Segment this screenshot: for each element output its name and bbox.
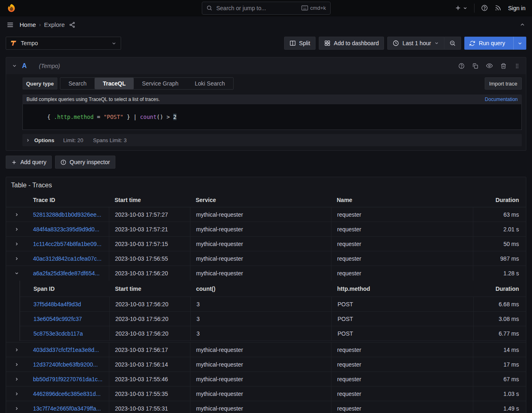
zoom-out-time-button[interactable] <box>444 37 461 50</box>
span-column-header-span-id[interactable]: Span ID <box>28 281 109 297</box>
query-ref-id[interactable]: A <box>22 62 27 70</box>
datasource-picker[interactable]: Tempo <box>6 37 121 50</box>
span-spacer <box>20 297 28 311</box>
duplicate-query-button[interactable] <box>472 63 479 69</box>
cell-span-start-time: 2023-10-03 17:56:20 <box>109 326 190 341</box>
query-inspector-button[interactable]: Query inspector <box>55 156 115 169</box>
help-button[interactable] <box>481 4 488 11</box>
cell-service: mythical-requester <box>190 251 331 266</box>
trace-link[interactable]: 40ac312d842ca1cfea07c... <box>33 255 102 262</box>
query-editor-panel: A (Tempo) Query type SearchTraceQLServic… <box>6 57 526 151</box>
trace-link[interactable]: 52813288db1b0d9326ee... <box>33 211 101 218</box>
query-type-tab-loki-search[interactable]: Loki Search <box>187 78 233 89</box>
span-column-header-start-time[interactable]: Start time <box>109 281 190 297</box>
query-type-tab-service-graph[interactable]: Service Graph <box>134 78 186 89</box>
row-expander[interactable] <box>6 237 27 251</box>
table-row[interactable]: 13c7f74e2665f0a3479ffa...2023-10-03 17:5… <box>6 401 526 413</box>
breadcrumb-explore[interactable]: Explore <box>44 21 65 28</box>
table-row[interactable]: 12d37240fcbe63fb9200...2023-10-03 17:56:… <box>6 357 526 372</box>
documentation-link[interactable]: Documentation <box>485 97 518 102</box>
apps-grid-icon <box>324 40 331 46</box>
table-row[interactable]: bb50d791f92270761da1c...2023-10-03 17:55… <box>6 372 526 387</box>
run-query-main[interactable]: Run query <box>464 37 510 50</box>
table-row[interactable]: 484f4a8323c395d9d9d0...2023-10-03 17:57:… <box>6 222 526 237</box>
time-range-picker[interactable]: Last 1 hour <box>387 37 444 50</box>
breadcrumb-separator-icon: › <box>39 22 41 28</box>
drag-handle[interactable] <box>514 63 520 69</box>
row-expander[interactable] <box>6 222 27 236</box>
cell-service: mythical-requester <box>190 387 331 401</box>
cell-span-id: 13e60549c992fc37 <box>28 312 109 326</box>
table-row[interactable]: 403d3d37cfcf2f1ea3e8d...2023-10-03 17:56… <box>6 343 526 357</box>
traceql-code-editor[interactable]: { .http.method = "POST" } | count() > 2 <box>22 104 522 130</box>
table-row[interactable]: 1c114cc2b574b8fa1be09...2023-10-03 17:57… <box>6 237 526 251</box>
span-link[interactable]: 13e60549c992fc37 <box>33 316 82 322</box>
trace-link[interactable]: bb50d791f92270761da1c... <box>33 376 103 382</box>
row-expander[interactable] <box>6 401 27 413</box>
span-row[interactable]: 5c8753e3cdcb117a2023-10-03 17:56:203POST… <box>20 326 526 341</box>
row-expander[interactable] <box>6 266 27 281</box>
span-row[interactable]: 37f5d48b4a4f9d3d2023-10-03 17:56:203POST… <box>20 297 526 312</box>
trace-link[interactable]: 12d37240fcbe63fb9200... <box>33 361 98 368</box>
column-header-start-time[interactable]: Start time <box>109 193 190 207</box>
grafana-logo-icon[interactable] <box>7 3 16 13</box>
row-expander[interactable] <box>6 387 27 401</box>
table-row[interactable]: 52813288db1b0d9326ee...2023-10-03 17:57:… <box>6 207 526 222</box>
query-type-tab-search[interactable]: Search <box>60 78 95 89</box>
row-expander[interactable] <box>6 357 27 371</box>
span-link[interactable]: 5c8753e3cdcb117a <box>33 330 83 337</box>
row-expander[interactable] <box>6 343 27 357</box>
span-column-header-http-method[interactable]: http.method <box>331 281 473 297</box>
cell-service: mythical-requester <box>190 343 331 357</box>
menu-toggle-button[interactable] <box>7 21 14 29</box>
search-input[interactable] <box>216 4 298 12</box>
breadcrumb-home[interactable]: Home <box>20 21 36 28</box>
run-query-button[interactable]: Run query <box>464 37 526 50</box>
chevron-right-icon <box>26 138 30 143</box>
trace-link[interactable]: 4462896dce6c385e831d... <box>33 391 101 397</box>
add-to-dashboard-button[interactable]: Add to dashboard <box>319 37 384 50</box>
trace-link[interactable]: 1c114cc2b574b8fa1be09... <box>33 241 102 247</box>
span-column-header-duration[interactable]: Duration <box>473 281 526 297</box>
trace-link[interactable]: 403d3d37cfcf2f1ea3e8d... <box>33 347 99 353</box>
new-menu-button[interactable] <box>455 4 468 11</box>
collapse-panel-button[interactable] <box>519 22 525 28</box>
import-trace-button[interactable]: Import trace <box>485 77 522 90</box>
trace-link[interactable]: 484f4a8323c395d9d9d0... <box>33 226 99 233</box>
cell-name: requester <box>331 401 473 413</box>
column-header-duration[interactable]: Duration <box>473 193 526 207</box>
row-expander[interactable] <box>6 372 27 386</box>
news-button[interactable] <box>494 4 501 11</box>
datasource-name: Tempo <box>21 40 108 46</box>
column-header-name[interactable]: Name <box>331 193 473 207</box>
query-help-button[interactable] <box>458 63 465 69</box>
run-query-dropdown[interactable] <box>513 37 526 50</box>
table-row[interactable]: a6a2fa25d3fede87df654...2023-10-03 17:56… <box>6 266 526 281</box>
column-header-trace-id[interactable]: Trace ID <box>27 193 109 207</box>
options-limit: Limit: 20 <box>63 137 83 143</box>
add-query-button[interactable]: Add query <box>6 156 52 169</box>
trace-link[interactable]: a6a2fa25d3fede87df654... <box>33 270 100 277</box>
table-row[interactable]: 40ac312d842ca1cfea07c...2023-10-03 17:56… <box>6 251 526 266</box>
trace-link[interactable]: 13c7f74e2665f0a3479ffa... <box>33 405 101 412</box>
cell-start-time: 2023-10-03 17:56:14 <box>109 357 190 371</box>
query-collapse-button[interactable] <box>12 63 17 68</box>
query-options-toggle[interactable]: Options Limit: 20 Spans Limit: 3 <box>22 134 522 146</box>
remove-query-button[interactable] <box>500 63 507 69</box>
span-link[interactable]: 37f5d48b4a4f9d3d <box>33 301 81 308</box>
row-expander[interactable] <box>6 251 27 266</box>
span-column-header-count-[interactable]: count() <box>190 281 331 297</box>
time-range-label: Last 1 hour <box>402 40 431 46</box>
global-search[interactable]: cmd+k <box>202 2 331 15</box>
query-type-tab-traceql[interactable]: TraceQL <box>95 78 134 89</box>
toggle-query-visibility-button[interactable] <box>486 62 493 69</box>
span-row[interactable]: 13e60549c992fc372023-10-03 17:56:203POST… <box>20 312 526 326</box>
column-header-service[interactable]: Service <box>190 193 331 207</box>
split-button[interactable]: Split <box>284 37 316 50</box>
table-row[interactable]: 4462896dce6c385e831d...2023-10-03 17:55:… <box>6 387 526 401</box>
row-expander[interactable] <box>6 207 27 222</box>
share-shortlink-button[interactable] <box>69 22 75 28</box>
sign-in-link[interactable]: Sign in <box>508 5 525 11</box>
table-panel-title: Table - Traces <box>6 177 526 193</box>
cell-duration: 17 ms <box>473 357 526 371</box>
